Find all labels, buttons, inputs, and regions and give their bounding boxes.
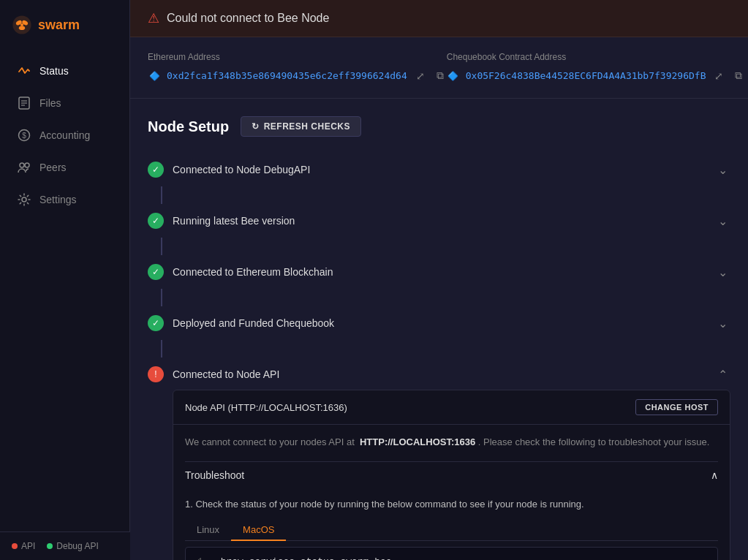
sidebar-item-status[interactable]: Status — [6, 56, 124, 86]
check-item-chequebook: ✓ Deployed and Funded Chequebook ⌄ — [148, 308, 730, 359]
chequebook-copy-button[interactable]: ⧉ — [732, 68, 745, 83]
main-content: ⚠ Could not connect to Bee Node Ethereum… — [130, 0, 748, 560]
svg-point-11 — [20, 163, 24, 167]
svg-text:$: $ — [22, 132, 26, 140]
chequebook-address-block: Chequebook Contract Address 🔷 0x05F26c48… — [447, 52, 746, 83]
status-bar: API Debug API — [0, 531, 130, 560]
check-item-bee-version: ✓ Running latest Bee version ⌄ — [148, 205, 730, 257]
error-panel-message: We cannot connect to your nodes API at H… — [185, 435, 718, 450]
check-row-node-api: ! Connected to Node API ⌃ — [148, 359, 730, 390]
svg-point-12 — [25, 163, 29, 167]
troubleshoot-label: Troubleshoot — [185, 469, 244, 481]
check-toggle-debug-api[interactable]: ⌄ — [715, 163, 730, 177]
refresh-icon: ↻ — [252, 121, 260, 132]
eth-icon: 🔷 — [148, 69, 161, 83]
eth-expand-button[interactable]: ⤢ — [413, 69, 428, 83]
error-banner: ⚠ Could not connect to Bee Node — [130, 0, 748, 37]
settings-icon — [18, 193, 31, 206]
refresh-label: REFRESH CHECKS — [264, 121, 350, 132]
step-1-description: Check the status of your node by running… — [195, 499, 583, 510]
check-toggle-bee-version[interactable]: ⌄ — [715, 214, 730, 228]
sidebar-item-accounting-label: Accounting — [39, 129, 90, 141]
check-label-bee-version: Running latest Bee version — [173, 215, 706, 227]
chequebook-address-link[interactable]: 0x05F26c4838Be44528EC6FD4A4A31bb7f39296D… — [466, 70, 706, 81]
debug-api-status: Debug API — [47, 541, 98, 551]
error-msg-host: HTTP://LOCALHOST:1636 — [360, 436, 475, 447]
check-label-eth-blockchain: Connected to Ethereum Blockchain — [173, 266, 706, 278]
check-toggle-chequebook[interactable]: ⌄ — [715, 317, 730, 330]
check-success-icon-debug-api: ✓ — [148, 162, 164, 178]
os-tab-linux-label: Linux — [197, 524, 219, 535]
check-item-eth-blockchain: ✓ Connected to Ethereum Blockchain ⌄ — [148, 257, 730, 308]
node-api-error-panel: Node API (HTTP://LOCALHOST:1636) CHANGE … — [173, 390, 730, 560]
debug-api-status-dot — [47, 543, 53, 549]
sidebar-item-settings-label: Settings — [39, 194, 77, 205]
eth-address-block: Ethereum Address 🔷 0xd2fca1f348b35e86949… — [148, 52, 447, 83]
troubleshoot-header[interactable]: Troubleshoot ∧ — [185, 461, 718, 488]
change-host-button[interactable]: CHANGE HOST — [635, 399, 718, 415]
chequebook-icon: 🔷 — [447, 69, 460, 83]
check-row-chequebook: ✓ Deployed and Funded Chequebook ⌄ — [148, 308, 730, 338]
logo: swarm — [0, 0, 129, 50]
check-item-debug-api: ✓ Connected to Node DebugAPI ⌄ — [148, 154, 730, 205]
sidebar-item-peers[interactable]: Peers — [6, 152, 124, 183]
connector-line-2 — [161, 238, 162, 255]
os-tab-linux[interactable]: Linux — [185, 520, 231, 541]
refresh-checks-button[interactable]: ↻ REFRESH CHECKS — [241, 116, 361, 137]
code-block-step-1: 1 brew services status swarm-bee — [185, 547, 718, 560]
status-icon — [18, 64, 31, 77]
eth-address-value: 🔷 0xd2fca1f348b35e869490435e6c2eff399662… — [148, 68, 447, 83]
check-item-node-api: ! Connected to Node API ⌃ Node API (HTTP… — [148, 359, 730, 560]
sidebar-item-files-label: Files — [39, 97, 61, 109]
svg-point-3 — [19, 26, 25, 30]
error-msg-prefix: We cannot connect to your nodes API at — [185, 436, 355, 447]
check-row-eth-blockchain: ✓ Connected to Ethereum Blockchain ⌄ — [148, 257, 730, 287]
check-label-debug-api: Connected to Node DebugAPI — [173, 164, 706, 175]
check-label-node-api: Connected to Node API — [173, 368, 706, 380]
os-tab-macos[interactable]: MacOS — [231, 520, 286, 541]
sidebar-item-files[interactable]: Files — [6, 88, 124, 118]
error-panel-body: We cannot connect to your nodes API at H… — [173, 425, 730, 560]
check-toggle-eth-blockchain[interactable]: ⌄ — [715, 265, 730, 279]
troubleshoot-body: 1. Check the status of your node by runn… — [185, 488, 718, 561]
api-status: API — [12, 541, 35, 551]
check-success-icon-eth-blockchain: ✓ — [148, 264, 164, 280]
error-panel-header: Node API (HTTP://LOCALHOST:1636) CHANGE … — [173, 390, 730, 425]
os-tabs: Linux MacOS — [185, 520, 718, 541]
troubleshoot-step-1: 1. Check the status of your node by runn… — [185, 497, 718, 561]
node-setup: Node Setup ↻ REFRESH CHECKS ✓ Connected … — [130, 99, 748, 560]
check-success-icon-bee-version: ✓ — [148, 213, 164, 229]
check-label-chequebook: Deployed and Funded Chequebook — [173, 317, 706, 329]
logo-text: swarm — [38, 18, 80, 33]
eth-address-link[interactable]: 0xd2fca1f348b35e869490435e6c2eff3996624d… — [167, 70, 407, 81]
error-panel-title: Node API (HTTP://LOCALHOST:1636) — [185, 402, 347, 413]
peers-icon — [18, 161, 31, 174]
troubleshoot-collapse-icon: ∧ — [711, 469, 718, 481]
debug-api-label: Debug API — [56, 541, 98, 551]
sidebar-item-settings[interactable]: Settings — [6, 184, 124, 215]
eth-copy-button[interactable]: ⧉ — [434, 68, 447, 83]
files-icon — [18, 97, 31, 110]
chequebook-expand-button[interactable]: ⤢ — [711, 69, 726, 83]
svg-point-4 — [20, 23, 23, 26]
eth-address-label: Ethereum Address — [148, 52, 447, 62]
node-setup-header: Node Setup ↻ REFRESH CHECKS — [148, 116, 730, 137]
sidebar-item-status-label: Status — [39, 65, 69, 77]
sidebar: swarm Status Files — [0, 0, 130, 560]
sidebar-item-accounting[interactable]: $ Accounting — [6, 120, 124, 151]
os-tab-macos-label: MacOS — [243, 524, 274, 535]
svg-point-13 — [22, 197, 26, 202]
step-1-number: 1. — [185, 499, 195, 510]
troubleshoot-section: Troubleshoot ∧ 1. Check the status of yo… — [185, 461, 718, 561]
api-label: API — [21, 541, 35, 551]
accounting-icon: $ — [18, 129, 31, 142]
sidebar-nav: Status Files $ Accounting — [0, 50, 129, 221]
connector-line-4 — [161, 340, 162, 357]
connector-line-1 — [161, 186, 162, 204]
check-list: ✓ Connected to Node DebugAPI ⌄ ✓ Running… — [148, 154, 730, 560]
chequebook-address-label: Chequebook Contract Address — [447, 52, 746, 62]
error-icon: ⚠ — [148, 10, 159, 26]
check-success-icon-chequebook: ✓ — [148, 315, 164, 331]
node-setup-title: Node Setup — [148, 118, 229, 135]
check-toggle-node-api[interactable]: ⌃ — [715, 368, 730, 382]
